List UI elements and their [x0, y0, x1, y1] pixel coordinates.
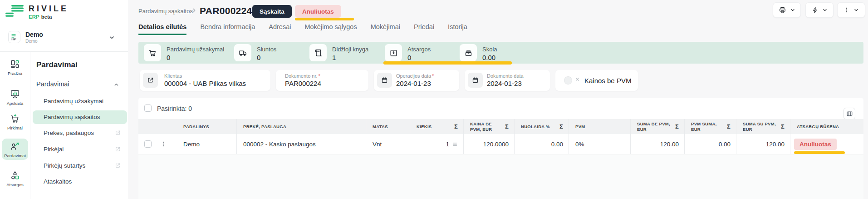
chevron-down-icon: [822, 7, 828, 13]
sales-icon: [2, 141, 28, 151]
header-atsargu-busena[interactable]: Atsargų būsena: [790, 119, 863, 134]
cart-icon: [144, 44, 161, 61]
cell-suma-be-pvm: 120.00: [631, 134, 685, 154]
tab-mokejimo-salygos[interactable]: Mokėjimo sąlygos: [304, 23, 357, 35]
workspace-avatar: [8, 31, 20, 43]
rail-item-label: Atsargos: [2, 182, 28, 187]
truck-icon: [234, 44, 251, 61]
tab-priedai[interactable]: Priedai: [414, 23, 434, 35]
archive-icon: [460, 44, 477, 61]
cell-matas: Vnt: [366, 134, 410, 154]
calendar-icon[interactable]: [468, 73, 483, 88]
print-button[interactable]: [773, 2, 801, 18]
header-padalinys[interactable]: Padalinys: [177, 119, 237, 134]
sigma-icon[interactable]: Σ: [675, 124, 679, 129]
toggle-kainos-be-pvm[interactable]: Kainos be PVM: [555, 70, 638, 91]
header-pvm-suma[interactable]: PVM suma, EURΣ: [685, 119, 736, 134]
external-link-icon[interactable]: [143, 73, 158, 88]
tab-mokejimai[interactable]: Mokėjimai: [371, 23, 400, 35]
sidebar-item-pirkejai[interactable]: Pirkėjai: [33, 143, 127, 156]
stat-atsargos[interactable]: Atsargos0: [385, 44, 431, 61]
tab-adresai[interactable]: Adresai: [269, 23, 291, 35]
field-dokumento-nr[interactable]: Dokumento nr.* PAR000224: [276, 70, 368, 91]
selected-count-label: Pasirinkta: 0: [157, 105, 192, 112]
table-row[interactable]: Demo 000002 - Kasko paslaugos Vnt 1 120.…: [138, 134, 863, 154]
sigma-icon[interactable]: Σ: [454, 124, 458, 129]
tab-detalios-eilutes[interactable]: Detalios eilutės: [138, 23, 186, 35]
sigma-icon[interactable]: Σ: [781, 124, 785, 129]
workspace-name: Demo: [25, 31, 43, 38]
sigma-icon[interactable]: Σ: [559, 124, 563, 129]
stat-siuntos[interactable]: Siuntos0: [234, 44, 276, 61]
table-header-row: Padalinys Prekė, paslauga Matas KiekisΣ …: [138, 119, 863, 134]
header-pvm[interactable]: PVM: [569, 119, 631, 134]
tab-istorija[interactable]: Istorija: [448, 23, 467, 35]
header-matas[interactable]: Matas: [366, 119, 410, 134]
type-badge: Sąskaita: [252, 5, 292, 18]
tab-bendra-informacija[interactable]: Bendra informacija: [200, 23, 255, 35]
shapes-icon: [2, 170, 28, 180]
row-kebab-icon[interactable]: [161, 141, 167, 147]
more-menu-button[interactable]: [837, 2, 865, 18]
rail-item-label: Pardavimai: [2, 153, 28, 158]
rail-item-apskaita[interactable]: Apskaita: [2, 86, 28, 108]
printer-icon: [779, 6, 786, 14]
list-lines-icon[interactable]: [452, 141, 458, 147]
cell-pvm: 0%: [569, 134, 631, 154]
cell-nuolaida: 0.00: [515, 134, 569, 154]
stat-didzioji-knyga[interactable]: Didžioji knyga1: [309, 44, 368, 61]
ledger-scroll-icon: [309, 44, 327, 61]
rail-item-pirkimai[interactable]: Pirkimai: [2, 111, 28, 133]
required-asterisk: *: [432, 73, 434, 79]
header-suma-su-pvm[interactable]: Suma su PVM, EURΣ: [736, 119, 790, 134]
select-all-checkbox[interactable]: [144, 104, 152, 112]
sigma-icon[interactable]: Σ: [505, 124, 509, 129]
left-panel: RIVILE ERPbeta Demo Demo: [0, 0, 128, 199]
rail-item-pardavimai[interactable]: Pardavimai: [2, 139, 28, 160]
rivile-logo: RIVILE ERPbeta: [5, 5, 69, 20]
brand-erp: ERP: [29, 14, 39, 20]
external-link-icon: [115, 163, 121, 169]
app-window: RIVILE ERPbeta Demo Demo: [0, 0, 868, 199]
chevron-up-icon[interactable]: [113, 82, 119, 88]
actions-button[interactable]: [805, 2, 834, 18]
column-settings-button[interactable]: [843, 108, 855, 119]
breadcrumb[interactable]: Pardavimų sąskaitos: [138, 8, 193, 15]
field-operacijos-data[interactable]: Operacijos data* 2024-01-23: [374, 70, 459, 91]
cell-preke-paslauga: 000002 - Kasko paslaugos: [237, 134, 366, 154]
header-suma-be-pvm[interactable]: Suma be PVM, EURΣ: [631, 119, 685, 134]
inbox-icon: [385, 44, 402, 61]
cell-kaina-be-pvm: 120.0000: [464, 134, 515, 154]
kebab-icon: [843, 7, 850, 13]
field-dokumento-data[interactable]: Dokumento data 2024-01-23: [465, 70, 550, 91]
stat-pardavimu-uzsakymai[interactable]: Pardavimų užsakymai0: [144, 44, 224, 61]
rail-divider: [30, 51, 30, 199]
header-kaina-be-pvm[interactable]: Kaina be PVM, EURΣ: [464, 119, 515, 134]
header-preke-paslauga[interactable]: Prekė, paslauga: [237, 119, 366, 134]
header-nuolaida[interactable]: Nuolaida %Σ: [515, 119, 569, 134]
related-docs-bar: Pardavimų užsakymai0 Siuntos0 Didžioji k…: [138, 42, 863, 64]
workspace-selector[interactable]: Demo Demo: [5, 29, 123, 48]
stat-skola[interactable]: Skola0.00: [460, 44, 497, 61]
sidebar-item-pirkeju-sutartys[interactable]: Pirkėjų sutartys: [33, 159, 127, 173]
cell-padalinys: Demo: [177, 134, 237, 154]
sigma-icon[interactable]: Σ: [727, 124, 731, 129]
header-kiekis[interactable]: KiekisΣ: [410, 119, 464, 134]
sidebar-item-ataskaitos[interactable]: Ataskaitos: [33, 175, 127, 189]
row-checkbox[interactable]: [144, 140, 152, 148]
header-controls: [138, 119, 177, 134]
calendar-icon[interactable]: [377, 73, 392, 88]
sidebar-item-pardavimu-saskaitos[interactable]: Pardavimų sąskaitos: [33, 110, 127, 124]
sidebar-section-pardavimai[interactable]: Pardavimai: [36, 80, 69, 88]
field-klientas[interactable]: Klientas 000004 - UAB Pilkas vilkas: [140, 70, 270, 91]
toggle-knob[interactable]: [564, 76, 572, 85]
chevron-right-icon: [191, 7, 197, 14]
sidebar-item-pardavimu-uzsakymai[interactable]: Pardavimų užsakymai: [33, 95, 127, 108]
sidebar-item-prekes-paslaugos[interactable]: Prekės, paslaugos: [33, 126, 127, 140]
rivile-logo-icon: [5, 5, 25, 20]
row-status-badge: Anuliuotas: [794, 139, 837, 150]
rail-item-atsargos[interactable]: Atsargos: [2, 168, 28, 189]
rail-item-pradzia[interactable]: Pradžia: [2, 56, 28, 78]
annotation-underline-row-status: [794, 151, 845, 154]
rail-item-label: Pirkimai: [2, 125, 28, 130]
